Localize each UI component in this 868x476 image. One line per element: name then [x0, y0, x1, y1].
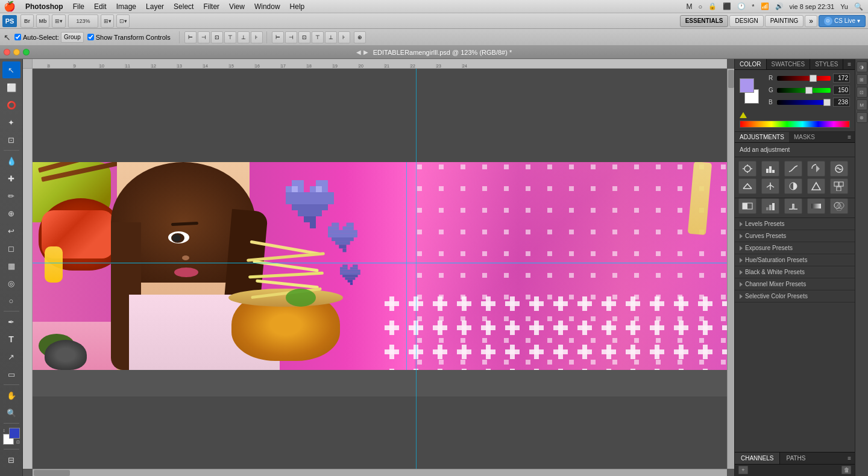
styles-tab[interactable]: STYLES	[810, 59, 843, 69]
dist-center-v-btn[interactable]: ⊥	[325, 31, 337, 43]
hue-sat-presets-item[interactable]: Hue/Saturation Presets	[735, 254, 855, 266]
vibrance-btn[interactable]	[830, 161, 848, 177]
channel-mixer-presets-item[interactable]: Channel Mixer Presets	[735, 278, 855, 290]
dist-left-btn[interactable]: ⊢	[272, 31, 284, 43]
align-left-btn[interactable]: ⊢	[184, 31, 197, 43]
right-panel-icon-1[interactable]: ◑	[857, 61, 867, 72]
hue-sat-btn[interactable]	[738, 178, 756, 194]
brightness-contrast-btn[interactable]	[738, 161, 756, 177]
lasso-tool-btn[interactable]: ⭕	[2, 96, 20, 113]
swap-colors-icon[interactable]: ↕	[3, 428, 5, 433]
menu-photoshop[interactable]: Photoshop	[22, 2, 67, 11]
view-options[interactable]: ⊞▾	[101, 14, 114, 28]
default-colors-icon[interactable]: ⊡	[16, 440, 20, 445]
document-scroll-left[interactable]: ◀	[356, 49, 361, 55]
crop-tool-btn[interactable]: ⊡	[2, 131, 20, 148]
essentials-button[interactable]: ESSENTIALS	[680, 15, 729, 27]
color-panel-menu[interactable]: ≡	[844, 60, 855, 69]
screen-mode-btn[interactable]: ⊟	[2, 451, 20, 468]
channel-delete-btn[interactable]: 🗑	[841, 466, 851, 474]
bottom-panel-menu[interactable]: ≡	[844, 454, 855, 463]
dist-top-btn[interactable]: ⊤	[312, 31, 324, 43]
dist-right-btn[interactable]: ⊡	[298, 31, 310, 43]
eraser-tool-btn[interactable]: ◻	[2, 240, 20, 257]
menu-image[interactable]: Image	[113, 2, 140, 11]
curves-presets-item[interactable]: Curves Presets	[735, 230, 855, 242]
r-value[interactable]: 172	[833, 74, 850, 83]
zoom-display[interactable]: 123%	[68, 14, 98, 28]
right-panel-icon-3[interactable]: ⊡	[857, 87, 867, 98]
menu-edit[interactable]: Edit	[90, 2, 110, 11]
levels-btn[interactable]	[761, 161, 779, 177]
menu-view[interactable]: View	[225, 2, 248, 11]
selective-color-btn[interactable]	[830, 198, 848, 214]
gradient-map-btn[interactable]	[807, 198, 825, 214]
painting-button[interactable]: PAINTING	[765, 15, 804, 27]
align-bottom-btn[interactable]: ⊦	[251, 31, 263, 43]
right-panel-icon-4[interactable]: M	[857, 99, 867, 110]
minimize-button[interactable]	[13, 49, 20, 55]
color-tab[interactable]: COLOR	[735, 59, 767, 69]
horizontal-scrollbar[interactable]	[33, 469, 727, 476]
more-workspaces[interactable]: »	[805, 15, 817, 27]
cslive-btn[interactable]: ⊙ CS Live▾	[819, 15, 866, 27]
swatches-tab[interactable]: SWATCHES	[767, 59, 811, 69]
apple-menu[interactable]: 🍎	[4, 1, 16, 12]
document-scroll-right[interactable]: ▶	[363, 49, 368, 55]
channel-mixer-btn[interactable]	[830, 178, 848, 194]
channel-add-btn[interactable]: +	[738, 466, 748, 474]
color-swatches[interactable]: ↕ ⊡	[3, 428, 20, 445]
photo-filter-btn[interactable]	[807, 178, 825, 194]
b-value[interactable]: 238	[833, 98, 850, 107]
menu-help[interactable]: Help	[286, 2, 309, 11]
fg-color-box[interactable]	[740, 78, 754, 93]
blur-tool-btn[interactable]: ◎	[2, 275, 20, 292]
fg-color-swatch[interactable]	[9, 428, 20, 439]
menu-layer[interactable]: Layer	[142, 2, 168, 11]
path-select-btn[interactable]: ↗	[2, 348, 20, 365]
exposure-presets-item[interactable]: Exposure Presets	[735, 242, 855, 254]
paths-tab[interactable]: PATHS	[780, 453, 811, 464]
right-panel-icon-5[interactable]: ⊗	[857, 112, 867, 123]
dist-bottom-btn[interactable]: ⊦	[338, 31, 350, 43]
shape-tool-btn[interactable]: ▭	[2, 366, 20, 383]
exposure-btn[interactable]	[807, 161, 825, 177]
align-right-btn[interactable]: ⊡	[211, 31, 223, 43]
history-brush-btn[interactable]: ↩	[2, 222, 20, 239]
close-button[interactable]	[4, 49, 10, 55]
posterize-btn[interactable]	[761, 198, 779, 214]
clone-tool-btn[interactable]: ⊕	[2, 205, 20, 222]
design-button[interactable]: DESIGN	[729, 15, 763, 27]
menu-window[interactable]: Window	[251, 2, 284, 11]
auto-select-checkbox[interactable]	[14, 34, 21, 40]
search-icon[interactable]: 🔍	[854, 2, 863, 11]
right-panel-icon-2[interactable]: ⊞	[857, 74, 867, 85]
masks-tab[interactable]: MASKS	[789, 132, 820, 142]
color-balance-btn[interactable]	[761, 178, 779, 194]
eyedropper-tool-btn[interactable]: 💧	[2, 152, 20, 169]
mb-icon[interactable]: Mb	[36, 14, 49, 28]
bw-btn[interactable]	[784, 178, 802, 194]
g-value[interactable]: 150	[833, 86, 850, 95]
r-slider[interactable]	[777, 76, 831, 81]
canvas-content[interactable]	[33, 69, 727, 469]
levels-presets-item[interactable]: Levels Presets	[735, 218, 855, 230]
pen-tool-btn[interactable]: ✒	[2, 313, 20, 330]
dodge-tool-btn[interactable]: ○	[2, 292, 20, 309]
workspace-selector[interactable]: ⊞▾	[52, 14, 66, 28]
vertical-scrollbar[interactable]	[727, 69, 734, 469]
zoom-tool-btn[interactable]: 🔍	[2, 404, 20, 421]
hand-tool-btn[interactable]: ✋	[2, 387, 20, 404]
selective-color-presets-item[interactable]: Selective Color Presets	[735, 290, 855, 302]
menu-select[interactable]: Select	[170, 2, 197, 11]
align-center-v-btn[interactable]: ⊥	[237, 31, 250, 43]
move-tool-btn[interactable]: ↖	[2, 61, 20, 78]
curves-btn[interactable]	[784, 161, 802, 177]
adj-panel-menu[interactable]: ≡	[844, 133, 855, 142]
healing-tool-btn[interactable]: ✚	[2, 170, 20, 187]
invert-btn[interactable]	[738, 198, 756, 214]
bw-presets-item[interactable]: Black & White Presets	[735, 266, 855, 278]
arrange-options[interactable]: ⊡▾	[116, 14, 130, 28]
g-slider[interactable]	[777, 88, 831, 93]
threshold-btn[interactable]	[784, 198, 802, 214]
